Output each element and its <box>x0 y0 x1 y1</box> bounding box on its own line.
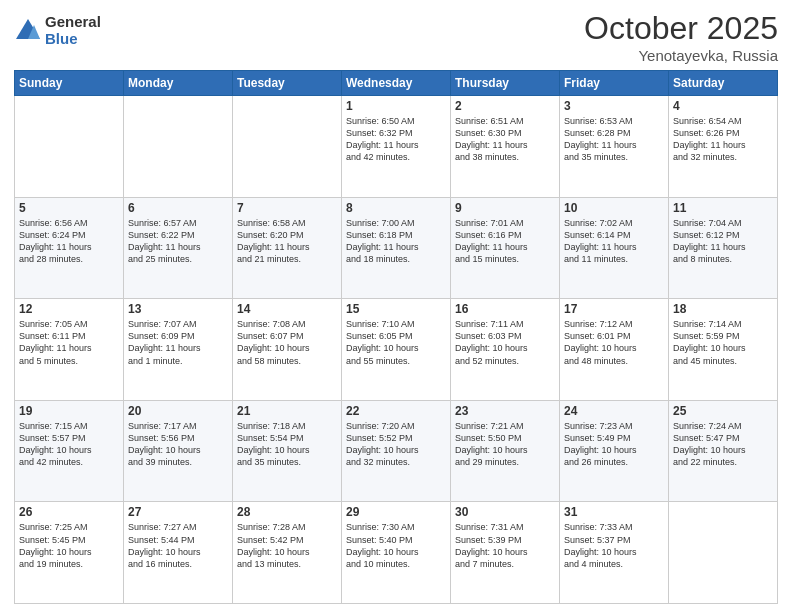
logo-general-text: General <box>45 14 101 31</box>
day-info: Sunrise: 7:02 AM Sunset: 6:14 PM Dayligh… <box>564 217 664 266</box>
day-number: 11 <box>673 201 773 215</box>
day-info: Sunrise: 6:51 AM Sunset: 6:30 PM Dayligh… <box>455 115 555 164</box>
week-row-2: 5Sunrise: 6:56 AM Sunset: 6:24 PM Daylig… <box>15 197 778 299</box>
day-number: 19 <box>19 404 119 418</box>
day-cell: 11Sunrise: 7:04 AM Sunset: 6:12 PM Dayli… <box>669 197 778 299</box>
day-cell: 15Sunrise: 7:10 AM Sunset: 6:05 PM Dayli… <box>342 299 451 401</box>
day-cell: 1Sunrise: 6:50 AM Sunset: 6:32 PM Daylig… <box>342 96 451 198</box>
day-cell: 12Sunrise: 7:05 AM Sunset: 6:11 PM Dayli… <box>15 299 124 401</box>
day-number: 4 <box>673 99 773 113</box>
day-cell: 28Sunrise: 7:28 AM Sunset: 5:42 PM Dayli… <box>233 502 342 604</box>
day-cell: 29Sunrise: 7:30 AM Sunset: 5:40 PM Dayli… <box>342 502 451 604</box>
day-info: Sunrise: 6:53 AM Sunset: 6:28 PM Dayligh… <box>564 115 664 164</box>
day-number: 26 <box>19 505 119 519</box>
day-info: Sunrise: 7:10 AM Sunset: 6:05 PM Dayligh… <box>346 318 446 367</box>
day-header-wednesday: Wednesday <box>342 71 451 96</box>
day-number: 9 <box>455 201 555 215</box>
day-cell <box>124 96 233 198</box>
day-info: Sunrise: 7:23 AM Sunset: 5:49 PM Dayligh… <box>564 420 664 469</box>
day-header-monday: Monday <box>124 71 233 96</box>
day-number: 30 <box>455 505 555 519</box>
day-header-friday: Friday <box>560 71 669 96</box>
day-cell: 13Sunrise: 7:07 AM Sunset: 6:09 PM Dayli… <box>124 299 233 401</box>
logo-text: General Blue <box>45 14 101 47</box>
day-info: Sunrise: 7:33 AM Sunset: 5:37 PM Dayligh… <box>564 521 664 570</box>
day-info: Sunrise: 7:15 AM Sunset: 5:57 PM Dayligh… <box>19 420 119 469</box>
day-info: Sunrise: 7:14 AM Sunset: 5:59 PM Dayligh… <box>673 318 773 367</box>
day-header-saturday: Saturday <box>669 71 778 96</box>
day-cell: 24Sunrise: 7:23 AM Sunset: 5:49 PM Dayli… <box>560 400 669 502</box>
day-info: Sunrise: 7:20 AM Sunset: 5:52 PM Dayligh… <box>346 420 446 469</box>
day-cell: 5Sunrise: 6:56 AM Sunset: 6:24 PM Daylig… <box>15 197 124 299</box>
day-cell: 23Sunrise: 7:21 AM Sunset: 5:50 PM Dayli… <box>451 400 560 502</box>
day-cell: 20Sunrise: 7:17 AM Sunset: 5:56 PM Dayli… <box>124 400 233 502</box>
week-row-4: 19Sunrise: 7:15 AM Sunset: 5:57 PM Dayli… <box>15 400 778 502</box>
day-number: 13 <box>128 302 228 316</box>
day-number: 29 <box>346 505 446 519</box>
day-number: 12 <box>19 302 119 316</box>
day-info: Sunrise: 7:27 AM Sunset: 5:44 PM Dayligh… <box>128 521 228 570</box>
day-info: Sunrise: 7:24 AM Sunset: 5:47 PM Dayligh… <box>673 420 773 469</box>
day-cell <box>233 96 342 198</box>
day-cell: 4Sunrise: 6:54 AM Sunset: 6:26 PM Daylig… <box>669 96 778 198</box>
day-info: Sunrise: 7:25 AM Sunset: 5:45 PM Dayligh… <box>19 521 119 570</box>
day-cell: 14Sunrise: 7:08 AM Sunset: 6:07 PM Dayli… <box>233 299 342 401</box>
day-number: 1 <box>346 99 446 113</box>
week-row-3: 12Sunrise: 7:05 AM Sunset: 6:11 PM Dayli… <box>15 299 778 401</box>
day-cell: 25Sunrise: 7:24 AM Sunset: 5:47 PM Dayli… <box>669 400 778 502</box>
day-cell: 9Sunrise: 7:01 AM Sunset: 6:16 PM Daylig… <box>451 197 560 299</box>
day-number: 3 <box>564 99 664 113</box>
header: General Blue October 2025 Yenotayevka, R… <box>14 10 778 64</box>
day-number: 21 <box>237 404 337 418</box>
day-info: Sunrise: 6:54 AM Sunset: 6:26 PM Dayligh… <box>673 115 773 164</box>
day-info: Sunrise: 7:11 AM Sunset: 6:03 PM Dayligh… <box>455 318 555 367</box>
day-info: Sunrise: 7:30 AM Sunset: 5:40 PM Dayligh… <box>346 521 446 570</box>
day-number: 24 <box>564 404 664 418</box>
page: General Blue October 2025 Yenotayevka, R… <box>0 0 792 612</box>
day-cell: 16Sunrise: 7:11 AM Sunset: 6:03 PM Dayli… <box>451 299 560 401</box>
day-cell: 30Sunrise: 7:31 AM Sunset: 5:39 PM Dayli… <box>451 502 560 604</box>
day-info: Sunrise: 7:31 AM Sunset: 5:39 PM Dayligh… <box>455 521 555 570</box>
logo: General Blue <box>14 14 101 47</box>
day-info: Sunrise: 6:56 AM Sunset: 6:24 PM Dayligh… <box>19 217 119 266</box>
day-info: Sunrise: 6:58 AM Sunset: 6:20 PM Dayligh… <box>237 217 337 266</box>
day-info: Sunrise: 7:00 AM Sunset: 6:18 PM Dayligh… <box>346 217 446 266</box>
day-cell: 18Sunrise: 7:14 AM Sunset: 5:59 PM Dayli… <box>669 299 778 401</box>
day-cell: 17Sunrise: 7:12 AM Sunset: 6:01 PM Dayli… <box>560 299 669 401</box>
week-row-1: 1Sunrise: 6:50 AM Sunset: 6:32 PM Daylig… <box>15 96 778 198</box>
day-cell <box>669 502 778 604</box>
day-number: 6 <box>128 201 228 215</box>
day-header-sunday: Sunday <box>15 71 124 96</box>
month-title: October 2025 <box>584 10 778 47</box>
day-number: 15 <box>346 302 446 316</box>
day-cell: 8Sunrise: 7:00 AM Sunset: 6:18 PM Daylig… <box>342 197 451 299</box>
day-info: Sunrise: 6:57 AM Sunset: 6:22 PM Dayligh… <box>128 217 228 266</box>
day-number: 22 <box>346 404 446 418</box>
location: Yenotayevka, Russia <box>584 47 778 64</box>
day-cell: 7Sunrise: 6:58 AM Sunset: 6:20 PM Daylig… <box>233 197 342 299</box>
days-header-row: SundayMondayTuesdayWednesdayThursdayFrid… <box>15 71 778 96</box>
day-cell <box>15 96 124 198</box>
day-info: Sunrise: 7:12 AM Sunset: 6:01 PM Dayligh… <box>564 318 664 367</box>
day-number: 16 <box>455 302 555 316</box>
day-cell: 22Sunrise: 7:20 AM Sunset: 5:52 PM Dayli… <box>342 400 451 502</box>
day-number: 8 <box>346 201 446 215</box>
day-header-thursday: Thursday <box>451 71 560 96</box>
day-info: Sunrise: 7:08 AM Sunset: 6:07 PM Dayligh… <box>237 318 337 367</box>
day-number: 2 <box>455 99 555 113</box>
day-cell: 21Sunrise: 7:18 AM Sunset: 5:54 PM Dayli… <box>233 400 342 502</box>
day-info: Sunrise: 7:18 AM Sunset: 5:54 PM Dayligh… <box>237 420 337 469</box>
day-info: Sunrise: 7:05 AM Sunset: 6:11 PM Dayligh… <box>19 318 119 367</box>
day-number: 31 <box>564 505 664 519</box>
day-header-tuesday: Tuesday <box>233 71 342 96</box>
day-number: 17 <box>564 302 664 316</box>
logo-icon <box>14 17 42 45</box>
title-block: October 2025 Yenotayevka, Russia <box>584 10 778 64</box>
day-number: 27 <box>128 505 228 519</box>
logo-blue-text: Blue <box>45 31 101 48</box>
day-info: Sunrise: 7:28 AM Sunset: 5:42 PM Dayligh… <box>237 521 337 570</box>
day-cell: 2Sunrise: 6:51 AM Sunset: 6:30 PM Daylig… <box>451 96 560 198</box>
day-number: 25 <box>673 404 773 418</box>
day-cell: 10Sunrise: 7:02 AM Sunset: 6:14 PM Dayli… <box>560 197 669 299</box>
day-info: Sunrise: 7:21 AM Sunset: 5:50 PM Dayligh… <box>455 420 555 469</box>
